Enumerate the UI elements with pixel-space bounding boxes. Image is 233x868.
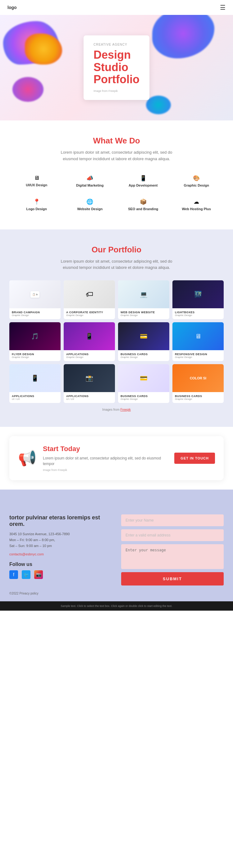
app-icon: 📱 [140, 175, 147, 182]
footer-address: 3045 10 Sunrize Avenue, 123-456-7890 Mon… [9, 531, 112, 549]
service-hosting[interactable]: ☁ Web Hosting Plus [172, 195, 221, 214]
portfolio-cat-bizcard1: Graphic Design [120, 356, 167, 359]
website-icon: 🌐 [86, 198, 93, 205]
portfolio-info-flyer: FLYER DESIGN Graphic Design [9, 350, 61, 361]
portfolio-item-bizcard3[interactable]: COLOR SI BUSINESS CARDS Graphic Design [172, 364, 224, 403]
footer-name-input[interactable] [121, 515, 224, 526]
hosting-label: Web Hosting Plus [182, 207, 211, 211]
portfolio-name-web: WEB DESIGN WEBSITE [120, 311, 167, 314]
portfolio-info-apps1: APPLICATIONS Graphic Design [64, 350, 115, 361]
portfolio-name-lightbox: LIGHTBOXES [175, 311, 221, 314]
submit-button[interactable]: SUBMIT [121, 572, 224, 586]
hero-image-credit: Image from Freepik [93, 89, 140, 93]
portfolio-item-apps2[interactable]: 📱 APPLICATIONS UI / UX [9, 364, 61, 403]
get-in-touch-button[interactable]: GET IN TOUCH [174, 453, 215, 464]
portfolio-name-apps2: APPLICATIONS [12, 395, 58, 398]
portfolio-image-bizcard2: 💳 [118, 364, 169, 392]
portfolio-item-bizcard2[interactable]: 💳 BUSINESS CARDS Graphic Design [118, 364, 169, 403]
portfolio-name-bizcard2: BUSINESS CARDS [120, 395, 167, 398]
portfolio-image-responsive: 🖥 [172, 322, 224, 350]
twitter-icon[interactable]: 🐦 [22, 570, 30, 579]
service-graphic[interactable]: 🎨 Graphic Design [172, 172, 221, 190]
what-we-do-title: What We Do [12, 136, 221, 146]
portfolio-image-corporate: 🏷 [64, 280, 115, 308]
portfolio-info-apps2: APPLICATIONS UI / UX [9, 392, 61, 403]
portfolio-image-bizcard1: 💳 [118, 322, 169, 350]
portfolio-item-corporate[interactable]: 🏷 A CORPORATE IDENTITY Graphic Design [64, 280, 115, 319]
facebook-icon[interactable]: f [9, 570, 18, 579]
seo-icon: 📦 [140, 198, 147, 205]
portfolio-info-responsive: RESPONSIVE DESIGN Graphic Design [172, 350, 224, 361]
instagram-icon[interactable]: 📷 [34, 570, 43, 579]
portfolio-cat-brand: Graphic Design [12, 314, 58, 317]
logo-label: Logo Design [26, 207, 47, 211]
portfolio-image-apps3: 📸 [64, 364, 115, 392]
digital-icon: 📣 [86, 175, 93, 182]
digital-label: Digital Marketing [76, 183, 104, 187]
portfolio-image-lightbox: 🌃 [172, 280, 224, 308]
seo-label: SEO and Branding [128, 207, 158, 211]
portfolio-item-apps1[interactable]: 📱 APPLICATIONS Graphic Design [64, 322, 115, 361]
portfolio-item-bizcard1[interactable]: 💳 BUSINESS CARDS Graphic Design [118, 322, 169, 361]
bottom-bar: Sample text. Click to select the text bo… [0, 601, 233, 611]
service-app[interactable]: 📱 App Development [119, 172, 168, 190]
footer-right: SUBMIT [121, 515, 224, 586]
portfolio-item-apps3[interactable]: 📸 APPLICATIONS UI / UX [64, 364, 115, 403]
service-uiux[interactable]: 🖥 UI/UX Design [12, 172, 61, 190]
service-logo[interactable]: 📍 Logo Design [12, 195, 61, 214]
portfolio-name-apps1: APPLICATIONS [66, 353, 113, 356]
graphic-icon: 🎨 [193, 175, 200, 182]
portfolio-cat-web: Graphic Design [120, 314, 167, 317]
hero-subtitle: CREATIVE AGENCY [93, 43, 140, 46]
portfolio-cat-apps2: UI / UX [12, 398, 58, 400]
what-we-do-section: What We Do Lorem ipsum dolor sit amet, c… [0, 120, 233, 229]
portfolio-section: Our Portfolio Lorem ipsum dolor sit amet… [0, 229, 233, 427]
portfolio-cat-flyer: Graphic Design [12, 356, 58, 359]
portfolio-name-bizcard3: BUSINESS CARDS [175, 395, 221, 398]
portfolio-image-apps1: 📱 [64, 322, 115, 350]
portfolio-info-lightbox: LIGHTBOXES Graphic Design [172, 308, 224, 319]
portfolio-item-web[interactable]: 💻 WEB DESIGN WEBSITE Graphic Design [118, 280, 169, 319]
portfolio-cat-bizcard2: Graphic Design [120, 398, 167, 400]
hamburger-menu-icon[interactable]: ☰ [220, 4, 226, 11]
portfolio-info-bizcard3: BUSINESS CARDS Graphic Design [172, 392, 224, 403]
portfolio-item-flyer[interactable]: 🎵 FLYER DESIGN Graphic Design [9, 322, 61, 361]
portfolio-image-flyer: 🎵 [9, 322, 61, 350]
website-label: Website Design [77, 207, 103, 211]
header: logo ☰ [0, 0, 233, 15]
portfolio-name-apps3: APPLICATIONS [66, 395, 113, 398]
portfolio-item-brand[interactable]: 📋 b BRAND CAMPAIGN Graphic Design [9, 280, 61, 319]
footer-copyright: ©2022 Privacy policy [9, 586, 224, 595]
portfolio-name-responsive: RESPONSIVE DESIGN [175, 353, 221, 356]
service-seo[interactable]: 📦 SEO and Branding [119, 195, 168, 214]
footer-message-input[interactable] [121, 544, 224, 569]
logo-icon: 📍 [33, 198, 40, 205]
portfolio-cat-lightbox: Graphic Design [175, 314, 221, 317]
uiux-icon: 🖥 [34, 175, 39, 181]
start-image-credit: Image from Freepik [43, 468, 168, 471]
portfolio-name-corporate: A CORPORATE IDENTITY [66, 311, 113, 314]
portfolio-item-responsive[interactable]: 🖥 RESPONSIVE DESIGN Graphic Design [172, 322, 224, 361]
freepik-link[interactable]: Freepik [120, 408, 131, 411]
footer-email-input[interactable] [121, 529, 224, 541]
service-digital[interactable]: 📣 Digital Marketing [66, 172, 114, 190]
portfolio-name-flyer: FLYER DESIGN [12, 353, 58, 356]
portfolio-cat-bizcard3: Graphic Design [175, 398, 221, 400]
footer-tagline: tortor pulvinar eteras loremips est orem… [9, 515, 112, 527]
logo: logo [7, 5, 17, 10]
portfolio-item-lightbox[interactable]: 🌃 LIGHTBOXES Graphic Design [172, 280, 224, 319]
hero-title: Design Studio Portfolio [93, 49, 140, 86]
graphic-label: Graphic Design [184, 183, 209, 187]
footer-email-link[interactable]: contacts@esbnyc.com [9, 552, 44, 556]
start-today-section: 📢 Start Today Lorem ipsum dolor sit amet… [0, 427, 233, 490]
portfolio-info-apps3: APPLICATIONS UI / UX [64, 392, 115, 403]
portfolio-image-bizcard3: COLOR SI [172, 364, 224, 392]
blob-decoration-3 [152, 15, 214, 58]
hero-card: CREATIVE AGENCY Design Studio Portfolio … [84, 35, 149, 100]
start-today-title: Start Today [43, 445, 168, 453]
spacer [0, 490, 233, 502]
portfolio-name-bizcard1: BUSINESS CARDS [120, 353, 167, 356]
blob-decoration-5 [146, 96, 171, 114]
portfolio-grid: 📋 b BRAND CAMPAIGN Graphic Design 🏷 A CO… [9, 280, 224, 403]
service-website[interactable]: 🌐 Website Design [66, 195, 114, 214]
